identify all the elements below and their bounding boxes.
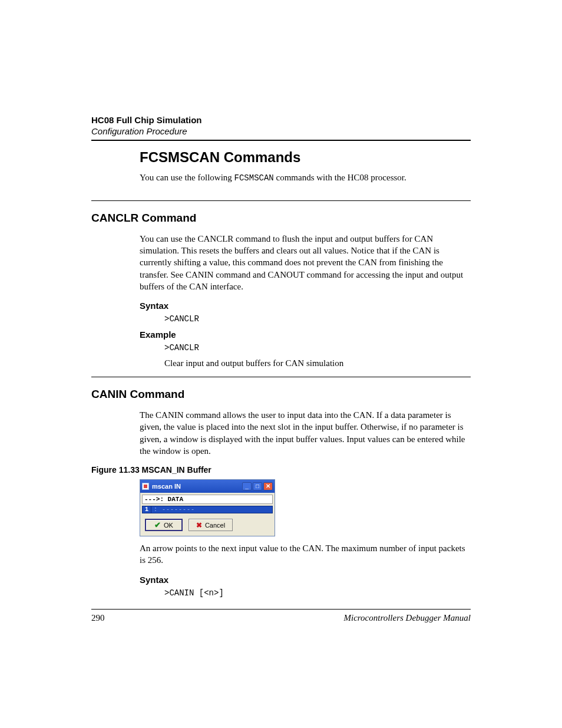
dialog-index: 1 <box>142 506 151 513</box>
mscan-in-dialog: mscan IN _ □ ✕ --->: DATA 1 : -------- ✔… <box>140 479 275 536</box>
section-heading-fcsmscan: FCSMSCAN Commands <box>140 149 471 166</box>
dialog-titlebar[interactable]: mscan IN _ □ ✕ <box>140 480 275 493</box>
page-footer: 290 Microcontrollers Debugger Manual <box>91 609 471 623</box>
intro-code: FCSMSCAN <box>234 173 274 183</box>
minimize-icon[interactable]: _ <box>242 482 252 490</box>
section-rule <box>91 200 471 201</box>
window-icon <box>142 483 149 490</box>
heading-canclr: CANCLR Command <box>91 212 471 225</box>
canin-syntax-label: Syntax <box>140 575 471 585</box>
canclr-body: You can use the CANCLR command to flush … <box>140 233 471 292</box>
close-icon[interactable]: ✕ <box>263 482 273 490</box>
dialog-index-row[interactable]: 1 : -------- <box>142 506 273 513</box>
canclr-syntax-label: Syntax <box>140 301 471 311</box>
dialog-title: mscan IN <box>152 483 241 490</box>
dialog-index-dots: : -------- <box>151 506 273 513</box>
intro-post: commands with the HC08 processor. <box>274 173 406 182</box>
page-number: 290 <box>91 613 105 623</box>
cancel-button[interactable]: ✖ Cancel <box>189 519 233 531</box>
canclr-example-label: Example <box>140 330 471 340</box>
heading-canin: CANIN Command <box>91 388 471 401</box>
dialog-data-label: --->: DATA <box>142 495 273 504</box>
canclr-example-code: >CANCLR <box>164 343 471 353</box>
dialog-button-row: ✔ OK ✖ Cancel <box>140 515 275 536</box>
maximize-icon[interactable]: □ <box>253 482 262 490</box>
running-head-title: HC08 Full Chip Simulation <box>91 115 471 125</box>
intro-paragraph: You can use the following FCSMSCAN comma… <box>140 172 471 184</box>
check-icon: ✔ <box>154 521 161 529</box>
ok-button[interactable]: ✔ OK <box>145 519 183 531</box>
manual-name: Microcontrollers Debugger Manual <box>343 613 471 623</box>
cancel-button-label: Cancel <box>205 522 225 529</box>
canin-after-figure: An arrow points to the next input value … <box>140 542 471 566</box>
canclr-syntax-code: >CANCLR <box>164 314 471 324</box>
footer-rule <box>91 609 471 610</box>
header-rule <box>91 140 471 141</box>
running-head-subtitle: Configuration Procedure <box>91 126 471 136</box>
section-rule-2 <box>91 377 471 377</box>
canclr-example-text: Clear input and output buffers for CAN s… <box>164 358 471 368</box>
x-icon: ✖ <box>196 521 202 529</box>
canin-body: The CANIN command allows the user to inp… <box>140 409 471 457</box>
canin-syntax-code: >CANIN [<n>] <box>164 588 471 598</box>
ok-button-label: OK <box>164 522 173 529</box>
figure-caption: Figure 11.33 MSCAN_IN Buffer <box>91 465 471 475</box>
intro-pre: You can use the following <box>140 173 234 182</box>
